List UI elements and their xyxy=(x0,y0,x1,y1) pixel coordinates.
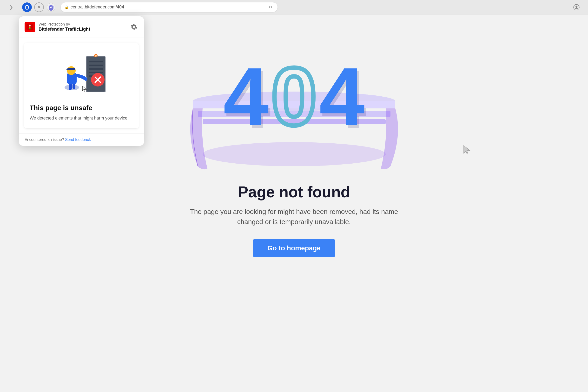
svg-point-6 xyxy=(203,142,386,166)
page-not-found-description: The page you are looking for might have … xyxy=(186,207,403,227)
popup-product-name: Bitdefender TrafficLight xyxy=(38,26,130,32)
popup-warning-card: This page is unsafe We detected elements… xyxy=(23,43,139,129)
bitwarden-extension-icon[interactable] xyxy=(22,2,32,12)
svg-point-28 xyxy=(95,55,97,56)
popup-warning-title: This page is unsafe xyxy=(30,104,92,112)
popup-guard-illustration xyxy=(30,50,133,98)
svg-rect-26 xyxy=(66,69,68,70)
svg-rect-17 xyxy=(89,72,103,73)
svg-rect-25 xyxy=(67,68,75,70)
digit-first-four: 4 xyxy=(223,56,269,137)
digit-second-four: 4 xyxy=(319,56,365,137)
go-to-homepage-button[interactable]: Go to homepage xyxy=(253,239,335,257)
svg-point-24 xyxy=(67,66,76,75)
digit-zero: 0 xyxy=(271,56,317,137)
popup-footer: Encountered an issue? Send feedback xyxy=(19,134,144,146)
popup-footer-text: Encountered an issue? xyxy=(24,138,64,142)
popup-logo xyxy=(24,22,35,32)
lock-icon: 🔒 xyxy=(64,5,69,9)
nav-back-arrow[interactable]: ❯ xyxy=(7,3,15,11)
custom-extension-icon[interactable] xyxy=(46,2,56,12)
text-section: Page not found The page you are looking … xyxy=(176,183,412,257)
page-not-found-title: Page not found xyxy=(186,183,403,201)
svg-rect-15 xyxy=(89,64,103,66)
page-cursor xyxy=(463,144,472,156)
gear-icon[interactable] xyxy=(130,23,138,31)
address-bar[interactable]: 🔒 central.bitdefender.com/404 ↻ xyxy=(61,2,277,12)
trafficlight-popup: Web Protection by Bitdefender TrafficLig… xyxy=(19,16,144,146)
send-feedback-link[interactable]: Send feedback xyxy=(65,138,91,142)
popup-header: Web Protection by Bitdefender TrafficLig… xyxy=(19,16,144,38)
close-extension-icon[interactable] xyxy=(34,2,44,12)
popup-by-text: Web Protection by xyxy=(38,22,130,26)
browser-chrome: ❯ 🔒 central.bitdefender.com/404 ↻ xyxy=(0,0,588,14)
svg-rect-14 xyxy=(89,61,103,62)
404-display: 4 0 4 xyxy=(223,56,365,137)
svg-rect-16 xyxy=(89,68,103,70)
popup-warning-description: We detected elements that might harm you… xyxy=(30,115,129,121)
download-icon[interactable] xyxy=(572,3,581,12)
address-text: central.bitdefender.com/404 xyxy=(70,4,265,10)
popup-body: This page is unsafe We detected elements… xyxy=(19,38,144,134)
popup-title-block: Web Protection by Bitdefender TrafficLig… xyxy=(38,22,130,32)
svg-rect-11 xyxy=(29,24,30,30)
reload-button[interactable]: ↻ xyxy=(267,4,274,10)
browser-extensions xyxy=(22,2,56,12)
